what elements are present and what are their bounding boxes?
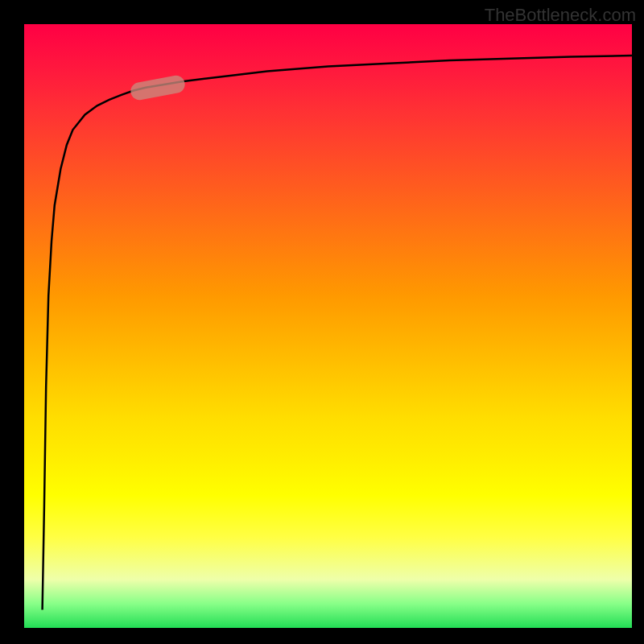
watermark-text: TheBottleneck.com xyxy=(485,5,636,26)
bottleneck-curve-path xyxy=(43,56,632,610)
chart-curve-svg xyxy=(24,24,632,628)
